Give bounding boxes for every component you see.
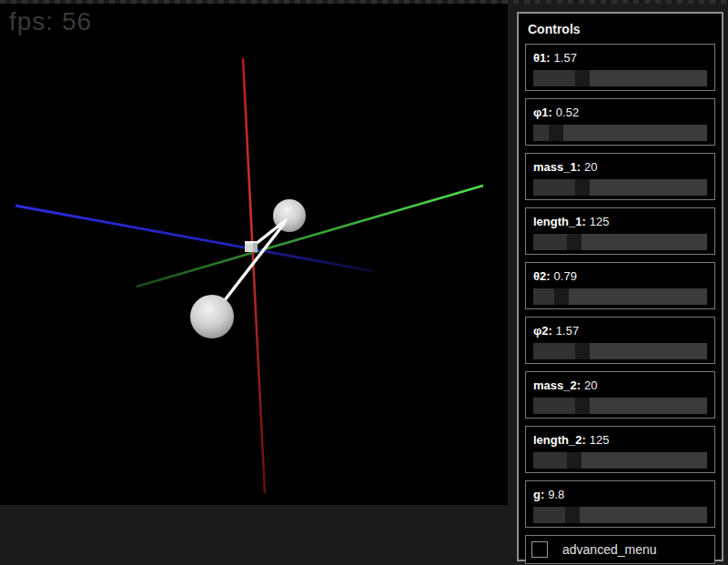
- advanced-menu-checkbox[interactable]: [531, 541, 548, 558]
- g-slider[interactable]: [533, 507, 707, 523]
- slider-fill: [533, 398, 575, 414]
- mass-2-slider[interactable]: [533, 398, 707, 414]
- pendulum-bob-2: [190, 295, 234, 338]
- controls-panel: Controls θ1:1.57 φ1:0.52 mass_1:20 lengt…: [517, 12, 723, 561]
- slider-fill: [533, 234, 567, 250]
- advanced-menu-label: advanced_menu: [562, 542, 657, 557]
- fps-counter: fps: 56: [9, 7, 92, 36]
- panel-title: Controls: [528, 22, 715, 36]
- slider-label-theta1: θ1:1.57: [533, 51, 707, 65]
- slider-thumb[interactable]: [575, 70, 590, 86]
- phi2-slider[interactable]: [533, 343, 707, 359]
- slider-label-theta2: θ2:0.79: [533, 269, 707, 283]
- phi1-slider[interactable]: [533, 125, 707, 141]
- advanced-menu-group: advanced_menu: [525, 535, 715, 564]
- slider-label-mass-1: mass_1:20: [533, 160, 707, 174]
- slider-label-mass-2: mass_2:20: [533, 378, 707, 392]
- slider-group-phi2: φ2:1.57: [525, 317, 715, 364]
- slider-group-length-1: length_1:125: [525, 207, 715, 255]
- slider-fill: [533, 179, 575, 196]
- slider-thumb[interactable]: [554, 288, 569, 305]
- slider-fill: [533, 125, 549, 141]
- blue-axis: [15, 206, 373, 271]
- red-axis: [243, 58, 265, 493]
- slider-group-phi1: φ1:0.52: [525, 98, 715, 146]
- slider-group-length-2: length_2:125: [525, 426, 715, 473]
- slider-thumb[interactable]: [565, 507, 580, 523]
- pendulum-scene: [0, 4, 508, 505]
- slider-thumb[interactable]: [575, 343, 590, 359]
- slider-fill: [533, 70, 575, 86]
- slider-label-g: g:9.8: [533, 488, 707, 501]
- slider-thumb[interactable]: [567, 452, 581, 469]
- simulation-canvas[interactable]: fps: 56: [0, 4, 508, 505]
- app-window: fps: 56 Controls θ1:1.57 φ1:0.52 mass_1:…: [0, 0, 728, 565]
- slider-label-length-1: length_1:125: [533, 215, 707, 228]
- slider-group-mass-2: mass_2:20: [525, 371, 715, 419]
- slider-group-g: g:9.8: [525, 480, 715, 528]
- slider-group-theta1: θ1:1.57: [525, 44, 715, 91]
- length-2-slider[interactable]: [533, 452, 707, 469]
- slider-group-theta2: θ2:0.79: [525, 262, 715, 309]
- slider-thumb[interactable]: [575, 179, 590, 196]
- slider-group-mass-1: mass_1:20: [525, 153, 715, 200]
- slider-fill: [533, 452, 567, 469]
- slider-thumb[interactable]: [575, 398, 590, 414]
- slider-label-phi1: φ1:0.52: [533, 106, 707, 119]
- slider-thumb[interactable]: [549, 125, 563, 141]
- slider-label-length-2: length_2:125: [533, 433, 707, 447]
- slider-fill: [533, 288, 554, 305]
- slider-fill: [533, 507, 565, 523]
- slider-thumb[interactable]: [567, 234, 581, 250]
- slider-fill: [533, 343, 575, 359]
- origin-pivot-cube: [245, 241, 258, 252]
- mass-1-slider[interactable]: [533, 179, 707, 196]
- length-1-slider[interactable]: [533, 234, 707, 250]
- slider-label-phi2: φ2:1.57: [533, 324, 707, 338]
- theta1-slider[interactable]: [533, 70, 707, 86]
- theta2-slider[interactable]: [533, 288, 707, 305]
